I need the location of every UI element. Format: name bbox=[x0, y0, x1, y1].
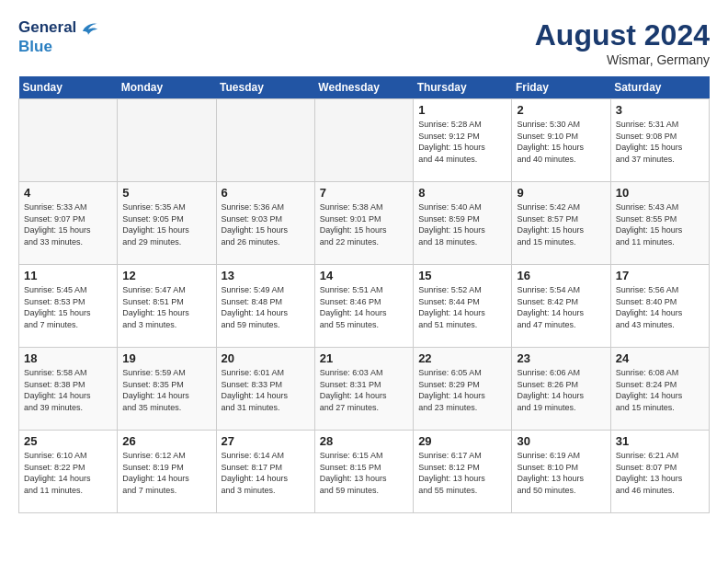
day-info-text: Sunrise: 5:47 AM Sunset: 8:51 PM Dayligh… bbox=[122, 284, 210, 330]
day-info-text: Sunrise: 5:54 AM Sunset: 8:42 PM Dayligh… bbox=[517, 284, 605, 330]
day-number: 4 bbox=[24, 186, 112, 200]
calendar-day-cell bbox=[118, 99, 216, 182]
day-info-text: Sunrise: 5:36 AM Sunset: 9:03 PM Dayligh… bbox=[222, 201, 310, 247]
calendar-day-cell: 31Sunrise: 6:21 AM Sunset: 8:07 PM Dayli… bbox=[610, 431, 709, 513]
day-info-text: Sunrise: 5:52 AM Sunset: 8:44 PM Dayligh… bbox=[418, 284, 506, 330]
weekday-header-cell: Friday bbox=[512, 76, 610, 99]
location-subtitle: Wismar, Germany bbox=[535, 52, 710, 67]
day-info-text: Sunrise: 5:28 AM Sunset: 9:12 PM Dayligh… bbox=[418, 119, 506, 165]
calendar-day-cell: 23Sunrise: 6:06 AM Sunset: 8:26 PM Dayli… bbox=[512, 348, 610, 431]
day-info-text: Sunrise: 5:59 AM Sunset: 8:35 PM Dayligh… bbox=[122, 367, 210, 413]
page-header: General Blue August 2024 Wismar, Germany bbox=[18, 18, 710, 67]
day-number: 11 bbox=[24, 269, 112, 282]
day-number: 26 bbox=[122, 434, 210, 448]
calendar-day-cell: 8Sunrise: 5:40 AM Sunset: 8:59 PM Daylig… bbox=[414, 182, 512, 265]
calendar-day-cell bbox=[19, 99, 118, 182]
calendar-day-cell: 5Sunrise: 5:35 AM Sunset: 9:05 PM Daylig… bbox=[118, 182, 216, 265]
weekday-header-cell: Tuesday bbox=[216, 76, 314, 99]
calendar-day-cell: 1Sunrise: 5:28 AM Sunset: 9:12 PM Daylig… bbox=[414, 99, 512, 182]
day-number: 12 bbox=[122, 269, 210, 282]
calendar-week-row: 18Sunrise: 5:58 AM Sunset: 8:38 PM Dayli… bbox=[19, 348, 710, 431]
day-number: 14 bbox=[320, 269, 408, 282]
calendar-day-cell: 2Sunrise: 5:30 AM Sunset: 9:10 PM Daylig… bbox=[512, 99, 610, 182]
calendar-day-cell: 19Sunrise: 5:59 AM Sunset: 8:35 PM Dayli… bbox=[118, 348, 216, 431]
day-number: 18 bbox=[24, 351, 112, 365]
calendar-day-cell: 6Sunrise: 5:36 AM Sunset: 9:03 PM Daylig… bbox=[216, 182, 314, 265]
day-number: 28 bbox=[320, 434, 408, 448]
day-number: 25 bbox=[24, 434, 112, 448]
logo-bird-icon bbox=[79, 18, 99, 39]
day-info-text: Sunrise: 6:21 AM Sunset: 8:07 PM Dayligh… bbox=[616, 450, 704, 496]
day-info-text: Sunrise: 5:38 AM Sunset: 9:01 PM Dayligh… bbox=[320, 201, 408, 247]
calendar-day-cell: 3Sunrise: 5:31 AM Sunset: 9:08 PM Daylig… bbox=[610, 99, 709, 182]
weekday-header-cell: Saturday bbox=[610, 76, 709, 99]
day-number: 17 bbox=[616, 269, 704, 282]
calendar-day-cell: 13Sunrise: 5:49 AM Sunset: 8:48 PM Dayli… bbox=[216, 265, 314, 348]
day-info-text: Sunrise: 6:10 AM Sunset: 8:22 PM Dayligh… bbox=[24, 450, 112, 496]
day-info-text: Sunrise: 6:15 AM Sunset: 8:15 PM Dayligh… bbox=[320, 450, 408, 496]
day-info-text: Sunrise: 5:49 AM Sunset: 8:48 PM Dayligh… bbox=[222, 284, 310, 330]
calendar-day-cell: 29Sunrise: 6:17 AM Sunset: 8:12 PM Dayli… bbox=[414, 431, 512, 513]
day-number: 31 bbox=[616, 434, 704, 448]
day-number: 2 bbox=[517, 103, 605, 117]
day-number: 19 bbox=[122, 351, 210, 365]
day-info-text: Sunrise: 5:33 AM Sunset: 9:07 PM Dayligh… bbox=[24, 201, 112, 247]
calendar-day-cell: 4Sunrise: 5:33 AM Sunset: 9:07 PM Daylig… bbox=[19, 182, 118, 265]
month-year-title: August 2024 bbox=[535, 18, 710, 52]
calendar-day-cell: 24Sunrise: 6:08 AM Sunset: 8:24 PM Dayli… bbox=[610, 348, 709, 431]
calendar-day-cell: 30Sunrise: 6:19 AM Sunset: 8:10 PM Dayli… bbox=[512, 431, 610, 513]
weekday-header-cell: Sunday bbox=[19, 76, 118, 99]
calendar-day-cell: 25Sunrise: 6:10 AM Sunset: 8:22 PM Dayli… bbox=[19, 431, 118, 513]
day-number: 15 bbox=[418, 269, 506, 282]
calendar-day-cell: 18Sunrise: 5:58 AM Sunset: 8:38 PM Dayli… bbox=[19, 348, 118, 431]
day-number: 13 bbox=[222, 269, 310, 282]
calendar-day-cell: 27Sunrise: 6:14 AM Sunset: 8:17 PM Dayli… bbox=[216, 431, 314, 513]
day-number: 20 bbox=[222, 351, 310, 365]
calendar-week-row: 4Sunrise: 5:33 AM Sunset: 9:07 PM Daylig… bbox=[19, 182, 710, 265]
weekday-header-cell: Wednesday bbox=[314, 76, 413, 99]
day-number: 21 bbox=[320, 351, 408, 365]
day-info-text: Sunrise: 5:56 AM Sunset: 8:40 PM Dayligh… bbox=[616, 284, 704, 330]
day-info-text: Sunrise: 5:40 AM Sunset: 8:59 PM Dayligh… bbox=[418, 201, 506, 247]
day-info-text: Sunrise: 6:06 AM Sunset: 8:26 PM Dayligh… bbox=[517, 367, 605, 413]
day-info-text: Sunrise: 5:30 AM Sunset: 9:10 PM Dayligh… bbox=[517, 119, 605, 165]
calendar-day-cell: 14Sunrise: 5:51 AM Sunset: 8:46 PM Dayli… bbox=[314, 265, 413, 348]
day-info-text: Sunrise: 5:43 AM Sunset: 8:55 PM Dayligh… bbox=[616, 201, 704, 247]
day-info-text: Sunrise: 5:58 AM Sunset: 8:38 PM Dayligh… bbox=[24, 367, 112, 413]
calendar-day-cell: 10Sunrise: 5:43 AM Sunset: 8:55 PM Dayli… bbox=[610, 182, 709, 265]
day-number: 5 bbox=[122, 186, 210, 200]
day-info-text: Sunrise: 6:14 AM Sunset: 8:17 PM Dayligh… bbox=[222, 450, 310, 496]
calendar-day-cell bbox=[314, 99, 413, 182]
day-number: 8 bbox=[418, 186, 506, 200]
day-number: 22 bbox=[418, 351, 506, 365]
calendar-day-cell: 16Sunrise: 5:54 AM Sunset: 8:42 PM Dayli… bbox=[512, 265, 610, 348]
calendar-day-cell bbox=[216, 99, 314, 182]
title-block: August 2024 Wismar, Germany bbox=[535, 18, 710, 67]
day-info-text: Sunrise: 6:03 AM Sunset: 8:31 PM Dayligh… bbox=[320, 367, 408, 413]
day-number: 6 bbox=[222, 186, 310, 200]
calendar-day-cell: 11Sunrise: 5:45 AM Sunset: 8:53 PM Dayli… bbox=[19, 265, 118, 348]
day-info-text: Sunrise: 6:01 AM Sunset: 8:33 PM Dayligh… bbox=[222, 367, 310, 413]
day-info-text: Sunrise: 5:31 AM Sunset: 9:08 PM Dayligh… bbox=[616, 119, 704, 165]
day-number: 3 bbox=[616, 103, 704, 117]
weekday-header-cell: Monday bbox=[118, 76, 216, 99]
day-info-text: Sunrise: 6:12 AM Sunset: 8:19 PM Dayligh… bbox=[122, 450, 210, 496]
day-number: 27 bbox=[222, 434, 310, 448]
day-info-text: Sunrise: 5:51 AM Sunset: 8:46 PM Dayligh… bbox=[320, 284, 408, 330]
calendar-day-cell: 21Sunrise: 6:03 AM Sunset: 8:31 PM Dayli… bbox=[314, 348, 413, 431]
day-info-text: Sunrise: 6:19 AM Sunset: 8:10 PM Dayligh… bbox=[517, 450, 605, 496]
calendar-day-cell: 22Sunrise: 6:05 AM Sunset: 8:29 PM Dayli… bbox=[414, 348, 512, 431]
day-info-text: Sunrise: 5:35 AM Sunset: 9:05 PM Dayligh… bbox=[122, 201, 210, 247]
weekday-header-cell: Thursday bbox=[414, 76, 512, 99]
day-number: 10 bbox=[616, 186, 704, 200]
calendar-day-cell: 28Sunrise: 6:15 AM Sunset: 8:15 PM Dayli… bbox=[314, 431, 413, 513]
calendar-day-cell: 9Sunrise: 5:42 AM Sunset: 8:57 PM Daylig… bbox=[512, 182, 610, 265]
day-info-text: Sunrise: 6:08 AM Sunset: 8:24 PM Dayligh… bbox=[616, 367, 704, 413]
day-info-text: Sunrise: 5:45 AM Sunset: 8:53 PM Dayligh… bbox=[24, 284, 112, 330]
calendar-day-cell: 17Sunrise: 5:56 AM Sunset: 8:40 PM Dayli… bbox=[610, 265, 709, 348]
day-info-text: Sunrise: 5:42 AM Sunset: 8:57 PM Dayligh… bbox=[517, 201, 605, 247]
day-number: 23 bbox=[517, 351, 605, 365]
calendar-day-cell: 7Sunrise: 5:38 AM Sunset: 9:01 PM Daylig… bbox=[314, 182, 413, 265]
day-number: 16 bbox=[517, 269, 605, 282]
calendar-day-cell: 26Sunrise: 6:12 AM Sunset: 8:19 PM Dayli… bbox=[118, 431, 216, 513]
